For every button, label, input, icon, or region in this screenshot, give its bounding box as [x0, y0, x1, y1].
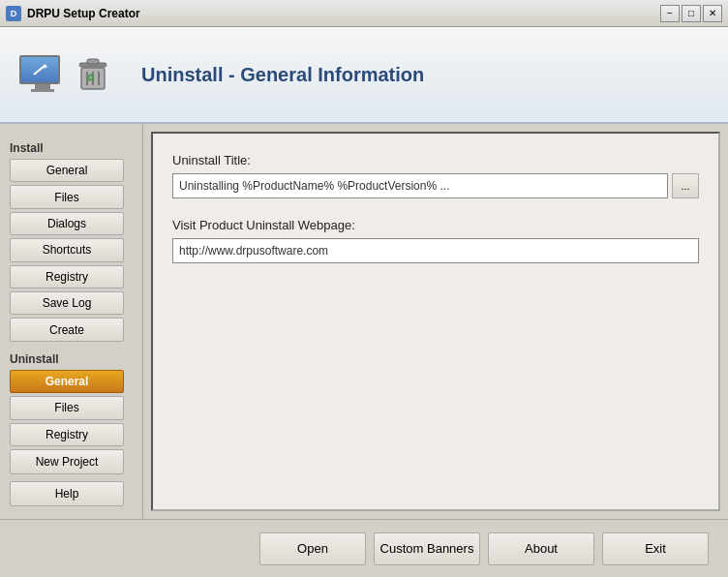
minimize-button[interactable]: −	[660, 5, 680, 22]
uninstall-title-group: Uninstall Title: ...	[172, 153, 699, 198]
sidebar-install-dialogs[interactable]: Dialogs	[10, 212, 124, 235]
monitor-icon	[19, 55, 66, 94]
sidebar-install-create[interactable]: Create	[10, 318, 124, 341]
header: ♻ Uninstall - General Information	[0, 27, 728, 124]
sidebar-bottom-buttons: New Project Help	[10, 449, 133, 509]
visit-url-label: Visit Product Uninstall Webpage:	[172, 218, 699, 232]
title-bar-title: DRPU Setup Creator	[27, 7, 140, 20]
main-panel: Uninstall Title: ... Visit Product Unins…	[151, 132, 720, 511]
sidebar-install-registry[interactable]: Registry	[10, 265, 124, 288]
close-button[interactable]: ✕	[703, 5, 722, 22]
visit-url-input[interactable]	[172, 238, 699, 263]
title-bar-left: D DRPU Setup Creator	[6, 6, 140, 21]
title-bar-controls: − □ ✕	[660, 5, 722, 22]
svg-rect-3	[87, 59, 99, 64]
maximize-button[interactable]: □	[682, 5, 701, 22]
visit-url-group: Visit Product Uninstall Webpage:	[172, 218, 699, 263]
sidebar-install-savelog[interactable]: Save Log	[10, 291, 124, 315]
about-button[interactable]: About	[488, 532, 594, 565]
app-icon: D	[6, 6, 21, 21]
open-button[interactable]: Open	[259, 532, 366, 565]
exit-button[interactable]: Exit	[602, 532, 709, 565]
header-icons: ♻	[19, 55, 112, 94]
uninstall-title-row: ...	[172, 173, 699, 198]
help-button[interactable]: Help	[10, 481, 124, 506]
sidebar-uninstall-general[interactable]: General	[10, 370, 124, 393]
window-body: ♻ Uninstall - General Information Instal…	[0, 27, 728, 577]
uninstall-title-input[interactable]	[172, 173, 668, 198]
svg-text:♻: ♻	[86, 73, 95, 83]
sidebar: Install General Files Dialogs Shortcuts …	[0, 124, 143, 519]
svg-line-0	[34, 65, 46, 75]
uninstall-section-label: Uninstall	[10, 352, 133, 366]
custom-banners-button[interactable]: Custom Banners	[374, 532, 480, 565]
trash-svg: ♻	[74, 55, 112, 94]
pen-svg	[30, 63, 49, 76]
visit-url-row	[172, 238, 699, 263]
sidebar-uninstall-files[interactable]: Files	[10, 396, 124, 419]
browse-button[interactable]: ...	[672, 173, 699, 198]
uninstall-title-label: Uninstall Title:	[172, 153, 699, 167]
title-bar: D DRPU Setup Creator − □ ✕	[0, 0, 728, 27]
trash-icon: ♻	[74, 55, 112, 94]
sidebar-install-files[interactable]: Files	[10, 185, 124, 208]
sidebar-install-general[interactable]: General	[10, 159, 124, 182]
content-area: Install General Files Dialogs Shortcuts …	[0, 124, 728, 519]
monitor-body-shape	[19, 55, 60, 84]
sidebar-uninstall-registry[interactable]: Registry	[10, 423, 124, 446]
new-project-button[interactable]: New Project	[10, 449, 124, 474]
sidebar-install-shortcuts[interactable]: Shortcuts	[10, 238, 124, 261]
monitor-base	[31, 89, 54, 92]
install-section-label: Install	[10, 141, 133, 155]
page-title: Uninstall - General Information	[141, 64, 424, 86]
footer: Open Custom Banners About Exit	[0, 519, 728, 577]
